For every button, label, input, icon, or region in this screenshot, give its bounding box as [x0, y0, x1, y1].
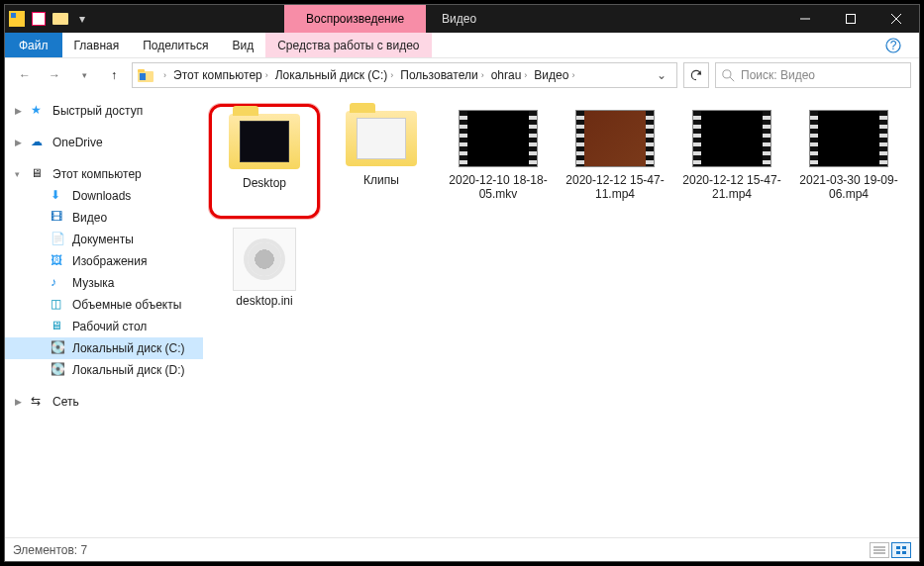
item-label: 2021-03-30 19-09-06.mp4 — [796, 173, 901, 201]
explorer-window: ▾ Воспроизведение Видео Файл Главная Под… — [4, 4, 920, 562]
folder-item[interactable]: Desktop — [209, 104, 320, 219]
folder-icon — [137, 66, 154, 84]
nav-this-pc[interactable]: ▾ 🖥 Этот компьютер — [5, 163, 203, 185]
nav-recent-chevron-down-icon[interactable]: ▾ — [72, 63, 96, 87]
title-context-header: Видео — [426, 5, 492, 33]
title-bar: ▾ Воспроизведение Видео — [5, 5, 919, 33]
svg-rect-12 — [140, 73, 146, 80]
nav-item-disk[interactable]: 💽Локальный диск (D:) — [5, 359, 203, 381]
svg-line-14 — [730, 77, 734, 81]
nav-item-vid[interactable]: 🎞Видео — [5, 207, 203, 229]
minimize-button[interactable] — [782, 5, 828, 33]
ribbon-tab-home[interactable]: Главная — [62, 33, 132, 57]
doc-icon: 📄 — [51, 232, 66, 247]
view-details-button[interactable] — [870, 542, 889, 558]
ribbon-tab-share[interactable]: Поделиться — [131, 33, 220, 57]
item-view[interactable]: DesktopКлипы2020-12-10 18-18-05.mkv2020-… — [203, 92, 919, 537]
nav-forward-button: → — [43, 63, 66, 87]
svg-rect-3 — [52, 13, 68, 25]
maximize-button[interactable] — [828, 5, 873, 33]
qat-chevron-down-icon[interactable]: ▾ — [74, 11, 90, 27]
desk-icon: 🖥 — [51, 319, 66, 334]
svg-rect-19 — [902, 546, 906, 549]
status-bar: Элементов: 7 — [5, 537, 919, 561]
breadcrumb[interactable]: Локальный диск (C:)› — [273, 68, 399, 82]
svg-rect-18 — [896, 546, 900, 549]
svg-rect-11 — [138, 69, 145, 72]
svg-rect-5 — [847, 15, 856, 24]
search-placeholder: Поиск: Видео — [741, 68, 815, 82]
item-label: 2020-12-12 15-47-21.mp4 — [679, 173, 784, 201]
mus-icon: ♪ — [51, 275, 66, 291]
ribbon-help-button[interactable]: ? — [875, 33, 911, 57]
navigation-pane: ▶ ★ Быстрый доступ ▶ ☁ OneDrive ▾ 🖥 Этот… — [5, 92, 203, 537]
breadcrumb[interactable]: ohrau› — [489, 68, 533, 82]
nav-onedrive[interactable]: ▶ ☁ OneDrive — [5, 132, 203, 153]
folder-item[interactable]: Клипы — [326, 104, 437, 219]
breadcrumb[interactable]: Этот компьютер› — [171, 68, 273, 82]
nav-item-doc[interactable]: 📄Документы — [5, 229, 203, 250]
svg-rect-21 — [902, 551, 906, 554]
star-icon: ★ — [31, 103, 47, 119]
qat-properties-icon[interactable] — [31, 11, 47, 27]
dl-icon: ⬇ — [51, 188, 66, 204]
cloud-icon: ☁ — [31, 135, 47, 150]
status-count: Элементов: 7 — [13, 543, 87, 557]
chevron-right-icon[interactable]: ▶ — [15, 397, 22, 407]
nav-network[interactable]: ▶ ⇆ Сеть — [5, 391, 203, 413]
search-input[interactable]: Поиск: Видео — [715, 62, 911, 88]
nav-item-3d[interactable]: ◫Объемные объекты — [5, 294, 203, 316]
chevron-down-icon[interactable]: ▾ — [15, 169, 20, 179]
video-item[interactable]: 2020-12-12 15-47-21.mp4 — [676, 104, 787, 219]
qat-newfolder-icon[interactable] — [52, 11, 68, 27]
nav-item-mus[interactable]: ♪Музыка — [5, 272, 203, 294]
file-item[interactable]: desktop.ini — [209, 225, 320, 339]
item-label: 2020-12-10 18-18-05.mkv — [446, 173, 551, 201]
nav-item-dl[interactable]: ⬇Downloads — [5, 185, 203, 207]
nav-up-button[interactable]: ↑ — [102, 63, 126, 87]
video-item[interactable]: 2020-12-12 15-47-11.mp4 — [560, 104, 670, 219]
item-label: Desktop — [243, 176, 286, 190]
svg-point-13 — [723, 69, 731, 77]
address-bar-row: ← → ▾ ↑ › Этот компьютер› Локальный диск… — [5, 58, 919, 92]
item-label: 2020-12-12 15-47-11.mp4 — [563, 173, 667, 201]
chevron-right-icon[interactable]: ▶ — [15, 138, 22, 147]
ribbon-tab-view[interactable]: Вид — [220, 33, 265, 57]
img-icon: 🖼 — [51, 253, 66, 269]
address-history-chevron-down-icon[interactable]: ⌄ — [651, 68, 672, 82]
item-label: Клипы — [363, 173, 399, 187]
nav-quick-access[interactable]: ▶ ★ Быстрый доступ — [5, 100, 203, 122]
search-icon — [722, 69, 735, 82]
disk-icon: 💽 — [51, 362, 66, 378]
chevron-right-icon[interactable]: ▶ — [15, 106, 22, 116]
nav-back-button[interactable]: ← — [13, 63, 37, 87]
network-icon: ⇆ — [31, 394, 47, 410]
nav-item-img[interactable]: 🖼Изображения — [5, 250, 203, 272]
svg-rect-1 — [11, 13, 16, 18]
video-item[interactable]: 2021-03-30 19-09-06.mp4 — [793, 104, 904, 219]
monitor-icon: 🖥 — [31, 166, 47, 182]
view-large-icons-button[interactable] — [891, 542, 911, 558]
video-item[interactable]: 2020-12-10 18-18-05.mkv — [443, 104, 554, 219]
svg-rect-20 — [896, 551, 900, 554]
nav-item-desk[interactable]: 🖥Рабочий стол — [5, 316, 203, 337]
ribbon-tab-video-tools[interactable]: Средства работы с видео — [265, 33, 431, 57]
nav-item-disk[interactable]: 💽Локальный диск (C:) — [5, 337, 203, 359]
svg-text:?: ? — [890, 39, 897, 52]
3d-icon: ◫ — [51, 297, 66, 313]
contextual-tab-playback[interactable]: Воспроизведение — [284, 5, 426, 33]
ribbon: Файл Главная Поделиться Вид Средства раб… — [5, 33, 919, 58]
ribbon-tab-file[interactable]: Файл — [5, 33, 62, 57]
refresh-button[interactable] — [683, 62, 709, 88]
address-bar[interactable]: › Этот компьютер› Локальный диск (C:)› П… — [132, 62, 677, 88]
breadcrumb[interactable]: Пользователи› — [398, 68, 488, 82]
breadcrumb[interactable]: Видео› — [532, 68, 579, 82]
item-label: desktop.ini — [236, 294, 292, 308]
explorer-icon — [9, 11, 25, 27]
svg-rect-2 — [32, 12, 46, 26]
disk-icon: 💽 — [51, 340, 66, 356]
close-button[interactable] — [873, 5, 919, 33]
vid-icon: 🎞 — [51, 210, 66, 226]
